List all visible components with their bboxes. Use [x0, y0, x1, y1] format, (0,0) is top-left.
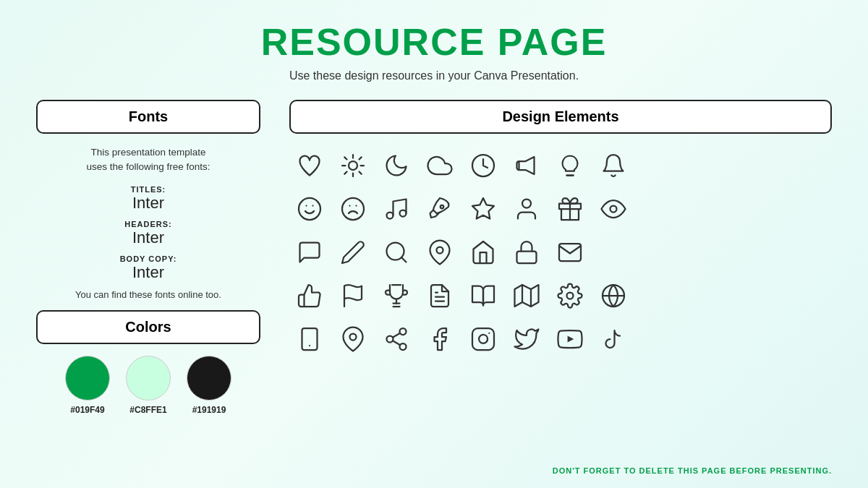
cloud-icon — [420, 145, 460, 186]
lock-icon — [506, 232, 547, 273]
clock-icon — [463, 145, 503, 186]
swatch-lightgreen: #C8FFE1 — [126, 356, 171, 415]
color-hex-black: #191919 — [192, 405, 226, 415]
message-icon — [289, 232, 330, 273]
mail-icon — [550, 232, 590, 273]
footer-note: DON'T FORGET TO DELETE THIS PAGE BEFORE … — [553, 466, 832, 475]
color-circle-green — [65, 356, 110, 401]
heart-icon — [289, 145, 330, 186]
star-icon — [463, 189, 503, 229]
svg-marker-50 — [568, 335, 574, 342]
swatch-black: #191919 — [187, 356, 231, 415]
titles-label: TITLES: — [36, 185, 260, 194]
headers-font: Inter — [36, 228, 260, 247]
color-swatches: #019F49 #C8FFE1 #191919 — [36, 356, 260, 415]
megaphone-icon — [506, 145, 547, 186]
svg-line-26 — [401, 257, 407, 262]
svg-line-46 — [393, 341, 400, 345]
color-hex-green: #019F49 — [70, 405, 104, 415]
svg-rect-48 — [472, 328, 494, 350]
icons-row-2 — [289, 189, 832, 229]
smile-icon — [289, 189, 330, 229]
pencil-icon — [333, 232, 373, 273]
bodycopy-label: BODY COPY: — [36, 254, 260, 263]
colors-header: Colors — [36, 310, 260, 344]
svg-point-14 — [342, 198, 364, 220]
svg-point-43 — [400, 328, 407, 335]
globe-icon — [593, 275, 634, 316]
lightbulb-icon — [550, 145, 590, 186]
left-panel: Fonts This presentation templateuses the… — [36, 100, 260, 415]
youtube-icon — [550, 319, 590, 359]
bell-icon — [593, 145, 634, 186]
design-elements-header: Design Elements — [289, 100, 832, 134]
svg-rect-28 — [517, 252, 537, 264]
svg-line-8 — [359, 157, 361, 159]
frown-icon — [333, 189, 373, 229]
color-circle-black — [187, 356, 231, 401]
bodycopy-font: Inter — [36, 263, 260, 282]
svg-point-18 — [400, 210, 407, 217]
fonts-description: This presentation templateuses the follo… — [36, 145, 260, 175]
rocket-icon — [420, 189, 460, 229]
icons-row-1 — [289, 145, 832, 186]
svg-point-21 — [522, 200, 531, 208]
right-panel: Design Elements — [289, 100, 832, 415]
bodycopy-font-entry: BODY COPY: Inter — [36, 254, 260, 282]
color-hex-lightgreen: #C8FFE1 — [129, 405, 166, 415]
colors-section: Colors #019F49 #C8FFE1 #191919 — [36, 310, 260, 415]
instagram-icon — [463, 319, 503, 359]
share-icon — [376, 319, 417, 359]
headers-label: HEADERS: — [36, 220, 260, 228]
pin-icon — [420, 232, 460, 273]
swatch-green: #019F49 — [65, 356, 110, 415]
trophy-icon — [376, 275, 417, 316]
font-note: You can find these fonts online too. — [36, 289, 260, 300]
svg-line-3 — [344, 157, 346, 159]
svg-point-24 — [610, 206, 617, 213]
map-icon — [506, 275, 547, 316]
moon-icon — [376, 145, 417, 186]
icons-row-4 — [289, 275, 832, 316]
svg-point-37 — [567, 293, 574, 299]
svg-point-0 — [349, 161, 357, 170]
svg-rect-40 — [302, 328, 318, 350]
tiktok-icon — [593, 319, 634, 359]
icons-grid — [289, 145, 832, 359]
svg-line-4 — [359, 171, 361, 174]
color-circle-lightgreen — [126, 356, 171, 401]
user-icon — [506, 189, 547, 229]
music-icon — [376, 189, 417, 229]
svg-point-42 — [350, 334, 357, 341]
sun-icon — [333, 145, 373, 186]
gift-icon — [550, 189, 590, 229]
svg-line-7 — [344, 171, 346, 174]
thumbsup-icon — [289, 275, 330, 316]
settings-icon — [550, 275, 590, 316]
svg-point-44 — [387, 336, 393, 343]
search-icon — [376, 232, 417, 273]
book-icon — [463, 275, 503, 316]
icons-row-3 — [289, 232, 832, 273]
icons-row-5 — [289, 319, 832, 359]
home-icon — [463, 232, 503, 273]
location-icon — [333, 319, 373, 359]
flag-icon — [333, 275, 373, 316]
svg-point-27 — [437, 247, 443, 254]
svg-point-17 — [387, 213, 393, 219]
smartphone-icon — [289, 319, 330, 359]
eye-icon — [593, 189, 634, 229]
titles-font-entry: TITLES: Inter — [36, 185, 260, 213]
page-subtitle: Use these design resources in your Canva… — [0, 69, 868, 82]
page-title: RESOURCE PAGE — [0, 0, 868, 64]
facebook-icon — [420, 319, 460, 359]
svg-marker-34 — [515, 285, 539, 307]
svg-point-19 — [441, 205, 444, 209]
svg-marker-20 — [472, 198, 494, 219]
svg-point-11 — [299, 198, 320, 220]
fonts-header: Fonts — [36, 100, 260, 134]
twitter-icon — [506, 319, 547, 359]
svg-point-45 — [400, 343, 407, 350]
document-icon — [420, 275, 460, 316]
svg-line-47 — [393, 333, 400, 338]
